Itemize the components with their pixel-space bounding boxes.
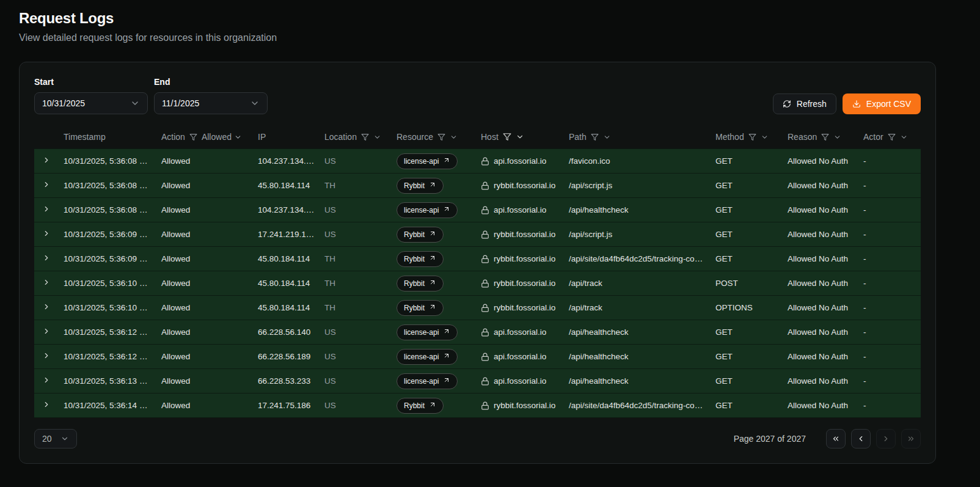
next-page-button[interactable] <box>876 429 896 449</box>
row-expand-button[interactable] <box>41 252 52 265</box>
method-menu-button[interactable] <box>761 133 769 141</box>
resource-link[interactable]: Rybbit <box>397 276 444 291</box>
row-expand-button[interactable] <box>41 228 52 241</box>
lock-icon <box>481 206 489 214</box>
chevron-right-icon <box>42 205 51 215</box>
chevron-right-icon <box>42 180 51 191</box>
chevron-down-icon <box>373 133 381 141</box>
row-expand-button[interactable] <box>41 203 52 216</box>
export-csv-button[interactable]: Export CSV <box>843 93 921 114</box>
row-expand-button[interactable] <box>41 277 52 290</box>
chevron-right-icon <box>42 254 51 264</box>
table-row[interactable]: 10/31/2025, 5:36:14 PMAllowed17.241.75.1… <box>34 394 921 418</box>
host-menu-button[interactable] <box>516 133 524 141</box>
resource-link[interactable]: Rybbit <box>397 398 444 414</box>
table-row[interactable]: 10/31/2025, 5:36:12 PMAllowed66.228.56.1… <box>34 345 921 369</box>
resource-name: Rybbit <box>404 279 425 288</box>
row-location: TH <box>320 254 392 263</box>
row-host: api.fossorial.io <box>476 205 564 214</box>
actor-filter-button[interactable] <box>888 133 896 141</box>
row-action: Allowed <box>156 254 253 263</box>
row-reason: Allowed No Auth <box>783 254 858 263</box>
column-label-location: Location <box>324 132 357 142</box>
refresh-button[interactable]: Refresh <box>773 93 836 114</box>
row-timestamp: 10/31/2025, 5:36:08 PM <box>59 181 156 190</box>
external-link-icon <box>429 181 436 190</box>
table-row[interactable]: 10/31/2025, 5:36:08 PMAllowed104.237.134… <box>34 198 921 222</box>
resource-filter-button[interactable] <box>437 133 445 141</box>
location-filter-button[interactable] <box>361 133 369 141</box>
row-path: /api/track <box>564 303 711 312</box>
start-date-select[interactable]: 10/31/2025 <box>34 92 148 114</box>
row-timestamp: 10/31/2025, 5:36:10 PM <box>59 279 156 288</box>
reason-menu-button[interactable] <box>833 133 841 141</box>
location-menu-button[interactable] <box>373 133 381 141</box>
row-actor: - <box>858 181 921 190</box>
chevrons-right-icon <box>907 434 915 443</box>
resource-link[interactable]: Rybbit <box>397 178 444 194</box>
external-link-icon <box>443 376 450 386</box>
prev-page-button[interactable] <box>851 429 871 449</box>
resource-link[interactable]: license-api <box>397 373 458 389</box>
action-filter-button[interactable] <box>189 133 197 141</box>
row-expand-button[interactable] <box>41 179 52 192</box>
external-link-icon <box>429 279 436 288</box>
last-page-button[interactable] <box>901 429 921 449</box>
table-row[interactable]: 10/31/2025, 5:36:10 PMAllowed45.80.184.1… <box>34 271 921 296</box>
resource-link[interactable]: Rybbit <box>397 300 444 316</box>
page-subtitle: View detailed request logs for resources… <box>19 32 961 43</box>
row-expand-button[interactable] <box>41 301 52 314</box>
end-date-select[interactable]: 11/1/2025 <box>154 92 268 114</box>
table-row[interactable]: 10/31/2025, 5:36:08 PMAllowed104.237.134… <box>34 149 921 174</box>
lock-icon <box>481 255 489 263</box>
actor-menu-button[interactable] <box>900 133 908 141</box>
table-row[interactable]: 10/31/2025, 5:36:12 PMAllowed66.228.56.1… <box>34 320 921 345</box>
row-host: rybbit.fossorial.io <box>476 254 564 263</box>
table-row[interactable]: 10/31/2025, 5:36:09 PMAllowed45.80.184.1… <box>34 247 921 271</box>
resource-menu-button[interactable] <box>450 133 458 141</box>
path-filter-button[interactable] <box>591 133 599 141</box>
lock-icon <box>481 401 489 410</box>
path-menu-button[interactable] <box>603 133 611 141</box>
row-expand-button[interactable] <box>41 399 52 412</box>
resource-link[interactable]: license-api <box>397 324 458 340</box>
row-expand-button[interactable] <box>41 155 52 167</box>
row-path: /api/healthcheck <box>564 376 711 386</box>
download-icon <box>852 100 861 108</box>
resource-link[interactable]: license-api <box>397 153 458 169</box>
page-size-select[interactable]: 20 <box>34 429 77 449</box>
toolbar-actions: Refresh Export CSV <box>773 93 921 114</box>
row-expand-button[interactable] <box>41 350 52 363</box>
host-filter-button[interactable] <box>503 133 511 141</box>
resource-link[interactable]: license-api <box>397 202 458 218</box>
resource-link[interactable]: license-api <box>397 349 458 365</box>
page-title: Request Logs <box>19 10 961 27</box>
row-host: rybbit.fossorial.io <box>476 279 564 288</box>
row-host: rybbit.fossorial.io <box>476 401 564 410</box>
row-host: rybbit.fossorial.io <box>476 303 564 312</box>
row-reason: Allowed No Auth <box>783 376 858 386</box>
start-date-field: Start 10/31/2025 <box>34 77 148 114</box>
row-expand-button[interactable] <box>41 375 52 387</box>
funnel-icon <box>591 133 599 141</box>
resource-link[interactable]: Rybbit <box>397 227 444 243</box>
table-row[interactable]: 10/31/2025, 5:36:09 PMAllowed17.241.219.… <box>34 222 921 247</box>
reason-filter-button[interactable] <box>821 133 829 141</box>
external-link-icon <box>429 401 436 410</box>
row-path: /api/healthcheck <box>564 205 711 214</box>
external-link-icon <box>429 303 436 312</box>
first-page-button[interactable] <box>826 429 846 449</box>
resource-link[interactable]: Rybbit <box>397 251 444 267</box>
action-filter-value[interactable]: Allowed <box>202 132 242 142</box>
row-action: Allowed <box>156 205 253 214</box>
table-row[interactable]: 10/31/2025, 5:36:13 PMAllowed66.228.53.2… <box>34 369 921 394</box>
table-row[interactable]: 10/31/2025, 5:36:08 PMAllowed45.80.184.1… <box>34 174 921 198</box>
row-ip: 45.80.184.114 <box>253 279 320 288</box>
table-row[interactable]: 10/31/2025, 5:36:10 PMAllowed45.80.184.1… <box>34 296 921 320</box>
row-location: US <box>320 205 392 214</box>
chevron-right-icon <box>42 400 51 411</box>
row-expand-button[interactable] <box>41 326 52 339</box>
row-reason: Allowed No Auth <box>783 303 858 312</box>
row-host: api.fossorial.io <box>476 352 564 361</box>
method-filter-button[interactable] <box>748 133 756 141</box>
